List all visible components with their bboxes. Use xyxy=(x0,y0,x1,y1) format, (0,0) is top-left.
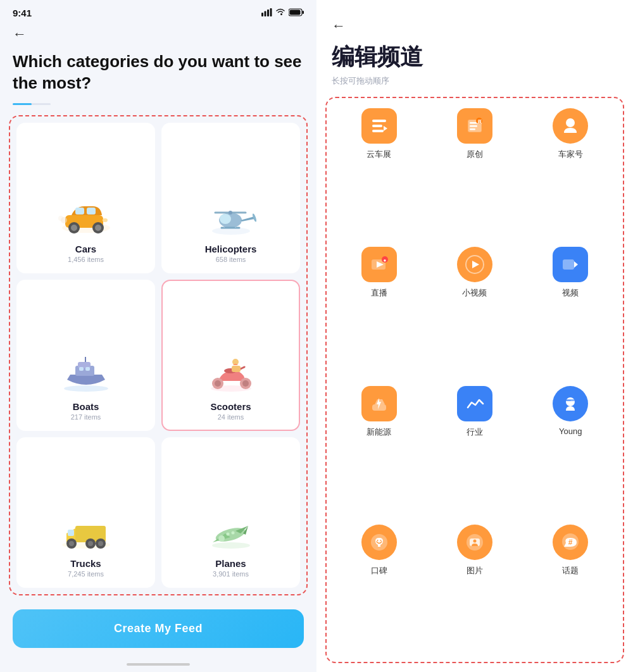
channel-short-video[interactable]: 小视频 xyxy=(429,247,520,374)
channel-topic[interactable]: # 话题 xyxy=(525,525,617,652)
svg-point-51 xyxy=(212,542,250,549)
trucks-icon xyxy=(58,509,115,553)
svg-rect-6 xyxy=(290,9,301,15)
scooters-icon xyxy=(203,352,260,396)
svg-point-21 xyxy=(220,214,231,224)
live-icon: ● xyxy=(361,247,397,282)
right-title: 编辑频道 xyxy=(332,42,618,73)
svg-point-50 xyxy=(98,541,103,546)
svg-text:#: # xyxy=(568,538,573,547)
channel-live[interactable]: ● 直播 xyxy=(333,247,425,374)
svg-point-12 xyxy=(71,225,77,231)
video-label: 视频 xyxy=(562,287,579,299)
svg-text:●: ● xyxy=(383,258,386,263)
cloud-show-label: 云车展 xyxy=(367,149,391,160)
category-card-boats[interactable]: Boats 217 items xyxy=(16,280,155,430)
svg-point-38 xyxy=(242,380,249,387)
svg-rect-5 xyxy=(303,11,304,14)
planes-icon xyxy=(203,509,260,553)
svg-point-85 xyxy=(473,539,476,542)
planes-label: Planes xyxy=(215,558,246,569)
category-card-helicopters[interactable]: Helicopters 658 items xyxy=(161,123,300,273)
svg-rect-10 xyxy=(87,208,96,215)
helicopters-count: 658 items xyxy=(216,256,246,263)
svg-point-77 xyxy=(566,397,575,406)
channel-reputation[interactable]: 口碑 xyxy=(333,525,425,652)
signal-icon xyxy=(261,8,272,18)
helicopters-icon xyxy=(203,194,260,239)
cars-label: Cars xyxy=(75,244,96,254)
svg-point-26 xyxy=(229,211,232,215)
svg-rect-3 xyxy=(270,8,272,16)
left-title: Which categories do you want to see the … xyxy=(13,51,304,94)
svg-rect-62 xyxy=(470,125,477,127)
svg-rect-1 xyxy=(265,11,266,16)
boats-count: 217 items xyxy=(71,413,101,421)
topic-label: 话题 xyxy=(562,565,579,576)
topic-icon: # xyxy=(553,525,588,560)
channel-cloud-show[interactable]: 云车展 xyxy=(333,108,425,235)
create-btn-wrap: Create My Feed xyxy=(0,602,316,663)
svg-point-82 xyxy=(380,540,381,541)
svg-point-48 xyxy=(88,541,93,546)
channel-young[interactable]: Young xyxy=(525,386,617,513)
category-card-planes[interactable]: Planes 3,901 items xyxy=(161,437,300,588)
category-card-trucks[interactable]: Trucks 7,245 items xyxy=(16,437,155,588)
back-button-left[interactable]: ← xyxy=(13,26,27,42)
svg-rect-44 xyxy=(68,530,74,536)
svg-rect-56 xyxy=(372,120,386,122)
svg-rect-40 xyxy=(232,366,241,372)
svg-rect-63 xyxy=(470,128,475,130)
svg-point-46 xyxy=(69,541,74,546)
progress-fill xyxy=(13,103,32,105)
svg-rect-79 xyxy=(565,400,571,401)
svg-point-14 xyxy=(95,225,101,231)
svg-point-66 xyxy=(566,118,575,127)
original-icon: 原 xyxy=(457,108,492,144)
svg-point-52 xyxy=(214,525,246,544)
progress-bar xyxy=(13,103,51,105)
svg-point-17 xyxy=(58,216,63,221)
svg-point-55 xyxy=(231,531,234,534)
left-panel: 9:41 xyxy=(0,0,316,672)
right-panel: ← 编辑频道 长按可拖动顺序 云车展 xyxy=(316,0,633,672)
trucks-count: 7,245 items xyxy=(68,570,104,578)
back-button-right[interactable]: ← xyxy=(332,18,346,34)
channel-industry[interactable]: 行业 xyxy=(429,386,520,513)
channel-original[interactable]: 原 原创 xyxy=(429,108,520,235)
svg-rect-58 xyxy=(372,130,384,132)
svg-rect-9 xyxy=(75,208,84,215)
channel-pictures[interactable]: 图片 xyxy=(429,525,520,652)
status-time: 9:41 xyxy=(13,8,32,18)
channel-car-home[interactable]: 车家号 xyxy=(525,108,617,235)
cloud-show-icon xyxy=(361,108,397,144)
video-icon xyxy=(553,247,588,282)
svg-point-27 xyxy=(64,385,108,392)
svg-point-36 xyxy=(215,380,221,387)
home-bar xyxy=(127,663,190,666)
cars-icon xyxy=(58,194,115,239)
planes-count: 3,901 items xyxy=(213,570,249,578)
svg-marker-72 xyxy=(472,261,479,268)
category-card-cars[interactable]: Cars 1,456 items xyxy=(16,123,155,273)
create-my-feed-button[interactable]: Create My Feed xyxy=(13,609,304,648)
pictures-label: 图片 xyxy=(467,565,483,576)
svg-text:原: 原 xyxy=(476,120,482,124)
channel-new-energy[interactable]: 新能源 xyxy=(333,386,425,513)
industry-icon xyxy=(457,386,492,421)
right-subtitle: 长按可拖动顺序 xyxy=(332,75,618,87)
svg-rect-31 xyxy=(85,367,90,371)
boats-icon xyxy=(58,352,115,396)
svg-point-15 xyxy=(103,218,108,222)
channels-grid: 云车展 原 原创 xyxy=(325,97,624,663)
new-energy-label: 新能源 xyxy=(367,426,391,438)
channel-video[interactable]: 视频 xyxy=(525,247,617,374)
svg-marker-74 xyxy=(574,261,578,268)
helicopters-label: Helicopters xyxy=(205,244,257,254)
svg-rect-0 xyxy=(261,13,263,16)
category-card-scooters[interactable]: Scooters 24 items xyxy=(161,280,300,430)
pictures-icon xyxy=(457,525,492,560)
svg-point-81 xyxy=(377,540,378,541)
svg-rect-30 xyxy=(79,367,84,371)
reputation-icon xyxy=(361,525,397,560)
